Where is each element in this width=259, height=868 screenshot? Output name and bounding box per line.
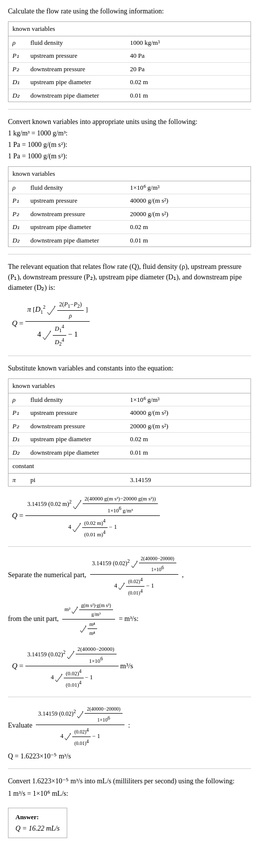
row-label: upstream pipe diameter: [26, 76, 126, 89]
row-sym: P₁: [8, 49, 26, 63]
svg-line-1: [49, 306, 55, 315]
row-sym: P₂: [8, 207, 26, 221]
row-label: downstream pipe diameter: [26, 89, 126, 102]
table-row: πpi3.14159: [8, 474, 251, 487]
row-sym: ρ: [8, 181, 26, 194]
from-unit-text: from the unit part, m² g(m s²)·g(m s²) g…: [8, 601, 251, 638]
row-sym: π: [8, 474, 26, 487]
svg-line-0: [47, 312, 49, 315]
row-label: downstream pipe diameter: [26, 234, 126, 247]
row-label: pi: [26, 474, 126, 487]
convert-line1: Convert known variables into appropriate…: [8, 117, 251, 127]
row-sym: D₁: [8, 221, 26, 234]
row-value: 0.01 m: [126, 89, 251, 102]
table-row: D₂downstream pipe diameter0.01 m: [8, 446, 251, 459]
separator-4: [8, 546, 251, 547]
table3-constant-body: πpi3.14159: [8, 474, 251, 487]
table3-header: known variables: [8, 379, 251, 393]
convert-final-line: 1 m³/s = 1×10⁶ mL/s:: [8, 788, 251, 799]
table2-header: known variables: [8, 167, 251, 181]
main-equation: Q = π [D12 2(P1−P2) ρ ] 4 D14: [8, 299, 251, 349]
row-value: 1000 kg/m³: [126, 36, 251, 49]
table3-constant-header: constant: [8, 459, 251, 474]
separator-2: [8, 254, 251, 254]
row-value: 20000 g/(m s²): [126, 419, 251, 433]
row-value: 1×10⁶ g/m³: [126, 393, 251, 406]
table-row: D₁upstream pipe diameter0.02 m: [8, 76, 251, 89]
row-value: 0.02 m: [126, 76, 251, 89]
table-row: D₂downstream pipe diameter0.01 m: [8, 89, 251, 102]
convert-line2: 1 kg/m³ = 1000 g/m³:: [8, 128, 251, 138]
row-label: downstream pressure: [26, 62, 126, 76]
relevant-eq-text: The relevant equation that relates flow …: [8, 261, 251, 293]
table-row: ρfluid density1×10⁶ g/m³: [8, 181, 251, 194]
convert-line4: 1 Pa = 1000 g/(m s²):: [8, 151, 251, 161]
row-value: 0.01 m: [126, 446, 251, 459]
row-sym: D₂: [8, 446, 26, 459]
row-value: 1×10⁶ g/m³: [126, 181, 251, 194]
table-row: P₂downstream pressure20000 g/(m s²): [8, 207, 251, 221]
svg-line-21: [80, 630, 82, 632]
table-row: D₁upstream pipe diameter0.02 m: [8, 433, 251, 446]
table2-body: ρfluid density1×10⁶ g/m³P₁upstream press…: [8, 181, 251, 247]
svg-line-28: [57, 674, 62, 682]
convert-final-text: Convert 1.6223×10⁻⁵ m³/s into mL/s (mill…: [8, 776, 251, 786]
row-sym: D₁: [8, 433, 26, 446]
row-sym: P₁: [8, 194, 26, 208]
row-value: 20000 g/(m s²): [126, 207, 251, 221]
svg-line-13: [133, 561, 137, 568]
svg-line-16: [120, 583, 125, 590]
svg-line-25: [69, 651, 74, 659]
row-label: downstream pressure: [26, 207, 126, 221]
svg-line-6: [73, 506, 75, 509]
svg-line-15: [119, 588, 120, 590]
substitute-text: Substitute known variables and constants…: [8, 363, 251, 373]
svg-line-31: [79, 712, 83, 718]
row-value: 0.02 m: [126, 221, 251, 234]
row-sym: P₂: [8, 419, 26, 433]
svg-line-27: [55, 680, 57, 682]
row-label: fluid density: [26, 181, 126, 194]
svg-line-19: [73, 607, 78, 614]
row-label: downstream pipe diameter: [26, 446, 126, 459]
table-row: P₁upstream pressure40000 g/(m s²): [8, 194, 251, 208]
known-variables-table-3: known variables ρfluid density1×10⁶ g/m³…: [8, 378, 251, 487]
row-value: 40 Pa: [126, 49, 251, 63]
table3-body: ρfluid density1×10⁶ g/m³P₁upstream press…: [8, 393, 251, 459]
table1-body: ρfluid density1000 kg/m³P₁upstream press…: [8, 36, 251, 102]
known-variables-table-2: known variables ρfluid density1×10⁶ g/m³…: [8, 166, 251, 247]
svg-line-12: [131, 566, 133, 568]
row-label: fluid density: [26, 393, 126, 406]
separator-5: [8, 697, 251, 697]
answer-label: Answer:: [15, 812, 60, 822]
row-sym: P₂: [8, 62, 26, 76]
separator-6: [8, 768, 251, 769]
separated-equation: Q = 3.14159 (0.02)2 2(40000−20000) 1×106…: [8, 644, 251, 690]
row-sym: D₂: [8, 234, 26, 247]
table-row: D₁upstream pipe diameter0.02 m: [8, 221, 251, 234]
svg-line-18: [72, 612, 73, 614]
table-row: ρfluid density1×10⁶ g/m³: [8, 393, 251, 406]
row-sym: ρ: [8, 36, 26, 49]
table-row: P₁upstream pressure40000 g/(m s²): [8, 406, 251, 420]
row-label: upstream pressure: [26, 406, 126, 420]
table-row: P₁upstream pressure40 Pa: [8, 49, 251, 63]
known-variables-table-1: known variables ρfluid density1000 kg/m³…: [8, 21, 251, 102]
q-result: Q = 1.6223×10⁻⁵ m³/s: [8, 751, 251, 761]
row-value: 0.01 m: [126, 234, 251, 247]
table1-header: known variables: [8, 22, 251, 36]
svg-line-3: [43, 337, 45, 340]
row-sym: D₂: [8, 89, 26, 102]
separator-1: [8, 109, 251, 110]
substituted-equation: Q = 3.14159 (0.02 m)2 2(40000 g(m s²)−20…: [8, 494, 251, 539]
table-row: P₂downstream pressure20000 g/(m s²): [8, 419, 251, 433]
table-row: ρfluid density1000 kg/m³: [8, 36, 251, 49]
row-value: 20 Pa: [126, 62, 251, 76]
row-value: 3.14159: [126, 474, 251, 487]
row-label: upstream pipe diameter: [26, 433, 126, 446]
row-value: 40000 g/(m s²): [126, 194, 251, 208]
answer-box: Answer: Q = 16.22 mL/s: [8, 808, 67, 838]
svg-line-9: [73, 529, 75, 532]
separate-text: Separate the numerical part, 3.14159 (0.…: [8, 554, 251, 598]
svg-line-10: [75, 523, 81, 532]
